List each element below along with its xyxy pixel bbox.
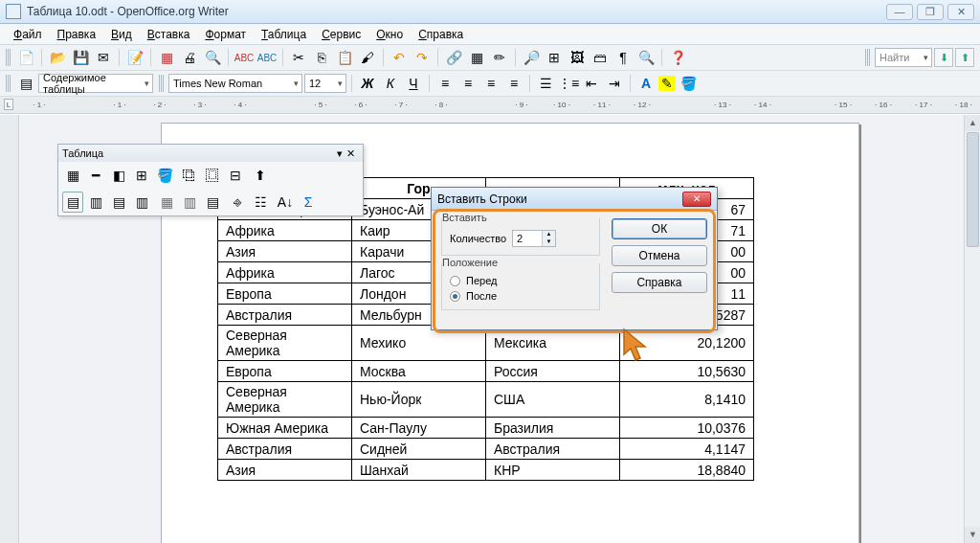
- hyperlink-button[interactable]: 🔗: [443, 47, 464, 68]
- menu-file[interactable]: Файл: [6, 26, 50, 43]
- close-window-button[interactable]: ✕: [947, 4, 974, 20]
- ok-button[interactable]: ОК: [612, 218, 707, 239]
- table-row[interactable]: Южная АмерикаСан-ПаулуБразилия10,0376: [218, 418, 754, 439]
- line-style-button[interactable]: ━: [85, 165, 106, 186]
- find-prev-button[interactable]: ⬆: [955, 48, 974, 67]
- table-row[interactable]: Северная АмерикаНью-ЙоркСША8,1410: [218, 382, 754, 418]
- toolbar-grip[interactable]: [6, 49, 11, 66]
- scroll-up-button[interactable]: ▲: [965, 115, 980, 131]
- align-justify-button[interactable]: ≡: [503, 73, 524, 94]
- table-props-button[interactable]: ☷: [250, 192, 271, 213]
- horizontal-ruler[interactable]: L · 1 ·· 1 ·· 2 ·· 3 ·· 4 ·· 5 ·· 6 ·· 7…: [0, 97, 980, 114]
- dialog-titlebar[interactable]: Вставить Строки ✕: [432, 188, 717, 211]
- spellcheck-button[interactable]: ABC: [234, 47, 255, 68]
- sort-button[interactable]: A↓: [275, 192, 296, 213]
- bg-fill-button[interactable]: 🪣: [154, 165, 175, 186]
- dialog-close-button[interactable]: ✕: [682, 192, 711, 207]
- drawing-button[interactable]: ✏: [489, 47, 510, 68]
- navigator-button[interactable]: ⊞: [544, 47, 565, 68]
- menu-insert[interactable]: Вставка: [140, 26, 198, 43]
- delete-col-button[interactable]: ▥: [131, 192, 152, 213]
- find-button[interactable]: 🔎: [521, 47, 542, 68]
- table-insert-button[interactable]: ▦: [62, 165, 83, 186]
- highlight-button[interactable]: ✎: [658, 76, 676, 91]
- valign-top-button[interactable]: ⬆: [250, 165, 271, 186]
- align-right-button[interactable]: ≡: [480, 73, 501, 94]
- vertical-ruler[interactable]: [0, 115, 19, 543]
- toolbar-close-button[interactable]: ✕: [343, 147, 359, 160]
- align-left-button[interactable]: ≡: [434, 73, 456, 94]
- scroll-thumb[interactable]: [967, 132, 979, 247]
- datasources-button[interactable]: 🗃: [590, 47, 611, 68]
- cancel-button[interactable]: Отмена: [612, 245, 707, 266]
- optimize-button[interactable]: ⊟: [225, 165, 246, 186]
- gallery-button[interactable]: 🖼: [567, 47, 588, 68]
- insert-row-button[interactable]: ▤: [62, 192, 83, 213]
- menu-window[interactable]: Окно: [368, 26, 411, 43]
- indent-dec-button[interactable]: ⇤: [581, 73, 602, 94]
- table-button[interactable]: ▦: [466, 47, 487, 68]
- undo-button[interactable]: ↶: [389, 47, 410, 68]
- bgcolor-button[interactable]: 🪣: [678, 73, 699, 94]
- table-toolbar[interactable]: Таблица ▾ ✕ ▦ ━ ◧ ⊞ 🪣 ⿻ ⿴ ⊟ ⬆ ▤ ▥ ▤ ▥ ▦ …: [57, 144, 364, 216]
- new-doc-button[interactable]: 📄: [15, 47, 36, 68]
- tab-button[interactable]: L: [4, 99, 13, 110]
- table-row[interactable]: ЕвропаМоскваРоссия10,5630: [218, 361, 754, 382]
- select-col-button[interactable]: ▥: [179, 192, 200, 213]
- preview-button[interactable]: 🔍: [202, 47, 223, 68]
- find-next-button[interactable]: ⬇: [934, 48, 953, 67]
- minimize-button[interactable]: —: [886, 4, 913, 20]
- bullet-list-button[interactable]: ⋮≡: [558, 73, 579, 94]
- borders-button[interactable]: ⊞: [131, 165, 152, 186]
- quantity-spinner[interactable]: 2 ▲▼: [512, 230, 556, 247]
- spin-up-button[interactable]: ▲: [543, 231, 555, 238]
- table-toolbar-title[interactable]: Таблица ▾ ✕: [58, 145, 363, 162]
- font-name-combo[interactable]: Times New Roman: [168, 74, 302, 93]
- export-pdf-button[interactable]: ▦: [156, 47, 177, 68]
- before-radio[interactable]: [450, 276, 460, 286]
- menu-edit[interactable]: Правка: [50, 26, 104, 43]
- spin-down-button[interactable]: ▼: [543, 238, 555, 246]
- para-style-combo[interactable]: Содержимое таблицы: [38, 74, 153, 93]
- insert-col-button[interactable]: ▥: [85, 192, 106, 213]
- table-row[interactable]: АвстралияСиднейАвстралия4,1147: [218, 439, 754, 460]
- menu-tools[interactable]: Сервис: [314, 26, 368, 43]
- help-button[interactable]: ❓: [667, 47, 688, 68]
- menu-view[interactable]: Вид: [103, 26, 140, 43]
- redo-button[interactable]: ↷: [412, 47, 433, 68]
- dialog-help-button[interactable]: Справка: [612, 272, 707, 293]
- nonprint-chars-button[interactable]: ¶: [612, 47, 634, 68]
- scroll-down-button[interactable]: ▼: [965, 527, 980, 543]
- restore-button[interactable]: ❐: [917, 4, 944, 20]
- table-row[interactable]: Северная АмерикаМехикоМексика20,1200: [218, 326, 754, 361]
- indent-inc-button[interactable]: ⇥: [604, 73, 625, 94]
- autoformat-button[interactable]: ⎆: [227, 192, 248, 213]
- toolbar-grip-3[interactable]: [6, 75, 11, 92]
- toolbar-grip-2[interactable]: [865, 49, 870, 66]
- select-table-button[interactable]: ▦: [156, 192, 177, 213]
- menu-help[interactable]: Справка: [411, 26, 471, 43]
- delete-row-button[interactable]: ▤: [108, 192, 129, 213]
- after-radio[interactable]: [450, 291, 460, 302]
- numbered-list-button[interactable]: ☰: [535, 73, 556, 94]
- underline-button[interactable]: Ч: [403, 73, 424, 94]
- zoom-button[interactable]: 🔍: [635, 47, 657, 68]
- paste-button[interactable]: 📋: [334, 47, 355, 68]
- styles-button[interactable]: ▤: [15, 73, 36, 94]
- merge-cells-button[interactable]: ⿻: [179, 165, 200, 186]
- email-button[interactable]: ✉: [93, 47, 114, 68]
- print-button[interactable]: 🖨: [179, 47, 200, 68]
- table-row[interactable]: АзияШанхайКНР18,8840: [218, 460, 754, 481]
- autospell-button[interactable]: ABC: [256, 47, 278, 68]
- align-center-button[interactable]: ≡: [457, 73, 479, 94]
- line-color-button[interactable]: ◧: [108, 165, 129, 186]
- copy-button[interactable]: ⎘: [311, 47, 332, 68]
- cut-button[interactable]: ✂: [288, 47, 309, 68]
- vertical-scrollbar[interactable]: ▲ ▼: [964, 115, 980, 543]
- bold-button[interactable]: Ж: [357, 73, 378, 94]
- toolbar-grip-4[interactable]: [159, 75, 164, 92]
- italic-button[interactable]: К: [380, 73, 401, 94]
- edit-doc-button[interactable]: 📝: [124, 47, 145, 68]
- font-color-button[interactable]: A: [635, 73, 657, 94]
- select-row-button[interactable]: ▤: [202, 192, 223, 213]
